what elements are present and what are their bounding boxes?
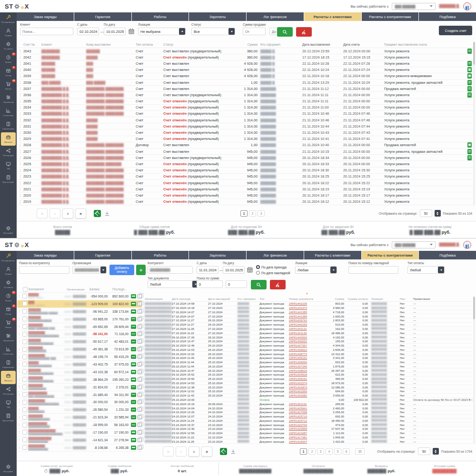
radio-by-invoice[interactable]: По дате накладной [256,271,290,275]
invoice-row[interactable]: ⋮2037█████████ █.█.████████ ████████Счет… [17,86,473,92]
document-row[interactable]: ██████████████26.10.2024 12:0326.10.2024… [145,347,472,352]
drag-handle-icon[interactable]: ⋮ [17,112,23,116]
page-number[interactable]: 2 [308,448,316,455]
document-row[interactable]: ██████████████27.10.2024 11:2227.10.2024… [145,331,472,335]
document-row[interactable]: ██████████████26.10.2024 11:4426.10.2024… [145,364,472,368]
tab-5[interactable]: Лог финансов [247,251,304,259]
tab-6[interactable]: Расчеты с клиентами [304,251,362,259]
tab-4[interactable]: Зарплаты [189,251,247,259]
doc-number[interactable]: 24FR1438634 [289,369,322,372]
copy-icon[interactable] [138,423,142,427]
search-button[interactable] [277,27,293,37]
row-checkbox[interactable] [22,362,27,367]
client-link[interactable]: █████████ █.█. [41,137,86,141]
drag-handle-icon[interactable]: ⋮ [17,446,21,449]
contractor-search-field[interactable] [19,266,69,274]
billed-to-link[interactable]: ████████ ████████ [86,111,136,116]
billed-to-link[interactable]: ████████ ████████ [86,143,136,147]
doc-number[interactable]: 24FR1433870 [289,386,322,389]
doc-number[interactable]: 24FR1437345 [289,365,322,368]
page-number[interactable]: 5 [334,448,341,455]
sidebar-item-10[interactable]: Финансы [1,371,16,384]
tab-8[interactable]: Подбивка [419,12,476,21]
client-search-field[interactable] [20,28,73,35]
wallet-icon[interactable] [131,355,136,359]
document-row[interactable]: ██████████████24.10.2024 11:2424.10.2024… [145,418,472,423]
document-row[interactable]: ██████████████27.10.2024 14:5827.10.2024… [145,302,472,306]
invoice-row[interactable]: ⋮2024█████████ █.█.████████ ████████Счет… [17,168,473,174]
row-checkbox[interactable] [22,400,27,405]
document-row[interactable]: ██████████████25.10.2024 15:5025.10.2024… [145,377,472,381]
drag-handle-icon[interactable]: ⋮ [17,181,23,185]
document-cell[interactable] [466,86,473,91]
contractor-row[interactable]: ⋮█████████████████████████ООО "████████"… [17,330,142,338]
tab-2[interactable]: Гарантия [74,12,132,21]
document-cell[interactable] [466,149,473,154]
document-row[interactable]: ██████████████23.10.2024 11:2222.10.2024… [145,436,472,440]
document-icon[interactable] [467,73,472,79]
drag-handle-icon[interactable]: ⋮ [17,87,23,90]
copy-icon[interactable] [138,325,142,329]
row-checkbox[interactable] [22,392,27,397]
client-link[interactable]: █████████ █.█. [41,181,86,185]
wallet-icon[interactable] [131,302,136,306]
per-page-stepper[interactable] [433,448,439,455]
contractor-name[interactable]: █████████████████████████ [28,331,64,337]
page-number[interactable]: 3 [258,210,265,217]
wallet-icon[interactable] [131,393,136,397]
sidebar-item-9[interactable]: Справочники [0,357,17,371]
client-link[interactable]: █████████ █.█. [41,93,86,97]
drag-handle-icon[interactable]: ⋮ [17,408,21,412]
document-cell[interactable] [466,61,473,66]
doc-number[interactable]: 24FR1442105 [289,302,322,305]
billed-to-link[interactable]: ████████ ████████ [86,99,136,103]
sidebar-item-7[interactable]: Управление [0,331,17,344]
contractor-row[interactable]: ⋮███████████ ███████ ███ООО "████████"-6… [17,323,142,331]
row-checkbox[interactable] [22,407,27,412]
client-link[interactable]: █████████ █.█. [41,199,86,204]
tab-2[interactable]: Гарантия [74,251,132,259]
tab-3[interactable]: Работы [132,12,189,21]
contractor-name[interactable]: ████████████████████ ███ [28,354,64,360]
doc-number[interactable]: 24FR1439741 [289,318,322,322]
page-number[interactable]: 1 [300,448,307,455]
document-icon[interactable] [467,49,472,54]
invoice-row[interactable]: ⋮2022█████████ █.█.████████ ████████Счет… [17,180,473,186]
page-next-button[interactable]: › [62,208,73,218]
page-number[interactable]: 35 [355,448,365,455]
location-select[interactable]: Любая [295,266,337,274]
document-icon[interactable] [467,80,472,85]
document-row[interactable]: ██████████████26.10.2024 11:4625.10.2024… [145,356,472,360]
date-from-input[interactable]: 02.10.2024 [77,28,99,35]
drag-handle-icon[interactable]: ⋮ [17,200,23,204]
sidebar-item-6[interactable]: Заказы48 [0,79,17,92]
document-row[interactable]: ██████████████27.10.2024 11:2726.10.2024… [145,323,472,327]
document-row[interactable]: ██████████████23.10.2024 11:2523.10.2024… [145,439,472,444]
contractor-name[interactable]: █████████████████ [28,346,64,353]
contractor-name[interactable]: ██████████████████████ [28,436,64,443]
invoice-row[interactable]: ⋮2039█████████СчетСчет выставлен4 928,00… [17,73,473,79]
document-icon[interactable] [467,92,472,98]
page-number[interactable]: 6 [343,448,350,455]
contractor-row[interactable]: ⋮████████████████████████████████ООО "██… [17,429,142,436]
tab-8[interactable]: Подбивка [419,251,476,259]
doc-number[interactable]: 24FR1440155 [289,323,322,326]
row-checkbox[interactable] [22,309,27,314]
page-prev-button[interactable]: ‹ [50,208,60,218]
drag-handle-icon[interactable]: ⋮ [17,302,21,306]
contractor-row[interactable]: ⋮█████████████████ООО "████████"-49 361,… [17,346,142,353]
copy-icon[interactable] [138,377,142,382]
client-link[interactable]: █████████ █.█. [41,174,86,178]
select-all-checkbox[interactable] [23,287,28,292]
client-link[interactable]: █████████ █.█. [41,118,86,122]
contractor-row[interactable]: ⋮█████(ООО "УПК")ООО "████████"-954 000,… [17,293,142,300]
invoice-row[interactable]: ⋮2033█████████ █.█.████████ ████████Счет… [17,111,473,117]
sidebar-item-6[interactable]: Заказы48 [0,317,17,331]
document-row[interactable]: ██████████████26.10.2024 12:4626.10.2024… [145,344,472,348]
wallet-icon[interactable] [131,362,136,367]
contractor-row[interactable]: ⋮████████████████████ ███ООО "████████"-… [17,353,142,361]
client-link[interactable]: █████████ █.█. [41,130,86,135]
drag-handle-icon[interactable]: ⋮ [17,362,21,366]
invoice-row[interactable]: ⋮2030█████████ █.█.█████СчетСчет отменён… [17,129,473,136]
per-page-value[interactable]: 50 [418,447,430,455]
